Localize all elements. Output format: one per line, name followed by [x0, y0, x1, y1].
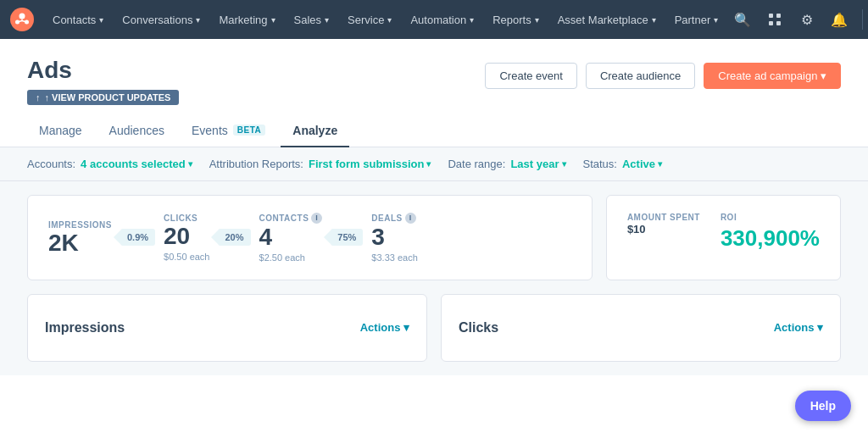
roi-metric: ROI 330,900% [721, 213, 820, 249]
clicks-value: 20 [164, 225, 209, 248]
deals-sub: $3.33 each [371, 252, 417, 263]
page-title: Ads [27, 56, 179, 85]
events-beta-badge: BETA [233, 125, 265, 136]
clicks-sub: $0.50 each [164, 252, 209, 262]
create-event-button[interactable]: Create event [485, 63, 576, 89]
contacts-label: CONTACTS i [259, 213, 323, 224]
page-title-area: Ads ↑ ↑ VIEW PRODUCT UPDATES [27, 56, 179, 105]
nav-contacts[interactable]: Contacts ▾ [44, 0, 112, 39]
asset-marketplace-chevron-icon: ▾ [652, 15, 656, 25]
automation-chevron-icon: ▾ [470, 15, 474, 25]
nav-sales[interactable]: Sales ▾ [286, 0, 338, 39]
deals-metric: DEALS i 3 $3.33 each [371, 213, 417, 263]
impressions-bottom-title: Impressions [45, 320, 125, 335]
help-button[interactable]: Help [795, 391, 851, 421]
svg-rect-7 [769, 14, 773, 18]
grid-icon[interactable] [760, 5, 789, 34]
deals-info-icon[interactable]: i [405, 213, 416, 224]
settings-icon[interactable]: ⚙ [793, 5, 821, 34]
attribution-filter-value[interactable]: First form submission ▾ [309, 158, 431, 170]
status-filter: Status: Active ▾ [583, 158, 663, 170]
impressions-value: 2K [48, 231, 112, 255]
nav-partner[interactable]: Partner ▾ [666, 0, 727, 39]
clicks-bottom-card: Clicks Actions ▾ [441, 294, 841, 362]
status-filter-value[interactable]: Active ▾ [622, 158, 662, 170]
amount-spent-value: $10 [627, 224, 700, 235]
accounts-filter-value[interactable]: 4 accounts selected ▾ [81, 158, 192, 170]
contacts-chevron-icon: ▾ [99, 15, 103, 25]
amount-spent-label: AMOUNT SPENT [627, 213, 700, 222]
nav-marketing[interactable]: Marketing ▾ [210, 0, 283, 39]
view-updates-button[interactable]: ↑ ↑ VIEW PRODUCT UPDATES [27, 90, 179, 105]
header-actions: Create event Create audience Create ad c… [485, 63, 841, 89]
marketing-chevron-icon: ▾ [271, 15, 275, 25]
nav-divider [862, 9, 863, 30]
svg-rect-10 [776, 21, 781, 25]
date-range-filter-value[interactable]: Last year ▾ [510, 158, 565, 170]
svg-point-1 [19, 14, 25, 19]
contacts-metric: CONTACTS i 4 $2.50 each [259, 213, 323, 263]
clicks-actions-button[interactable]: Actions ▾ [774, 321, 823, 334]
impressions-bottom-card: Impressions Actions ▾ [27, 294, 427, 362]
nav-conversations[interactable]: Conversations ▾ [114, 0, 209, 39]
clicks-label: CLICKS [164, 213, 209, 223]
contacts-pct-badge: 75% [331, 229, 363, 246]
accounts-filter-label: Accounts: [27, 158, 75, 170]
sales-chevron-icon: ▾ [325, 15, 329, 25]
contacts-sub: $2.50 each [259, 252, 323, 263]
contacts-info-icon[interactable]: i [311, 213, 322, 224]
clicks-bottom-title: Clicks [459, 320, 498, 335]
roi-row: AMOUNT SPENT $10 ROI 330,900% [627, 213, 820, 249]
nav-asset-marketplace[interactable]: Asset Marketplace ▾ [549, 0, 665, 39]
nav-right-actions: 🔍 ⚙ 🔔 ▾ [728, 5, 868, 34]
bell-icon[interactable]: 🔔 [825, 5, 854, 34]
hubspot-logo[interactable] [10, 8, 34, 31]
attribution-filter-label: Attribution Reports: [209, 158, 303, 170]
service-chevron-icon: ▾ [387, 15, 392, 25]
search-button[interactable]: 🔍 [728, 5, 757, 34]
arrow-up-icon: ↑ [36, 92, 41, 103]
date-range-filter-label: Date range: [448, 158, 505, 170]
tab-analyze[interactable]: Analyze [281, 115, 349, 147]
attribution-filter: Attribution Reports: First form submissi… [209, 158, 431, 170]
date-range-filter: Date range: Last year ▾ [448, 158, 565, 170]
bottom-section: Impressions Actions ▾ Clicks Actions ▾ [0, 294, 868, 375]
clicks-pct-badge: 20% [218, 229, 250, 246]
amount-spent-metric: AMOUNT SPENT $10 [627, 213, 700, 235]
partner-chevron-icon: ▾ [714, 15, 718, 25]
deals-value: 3 [371, 225, 417, 249]
main-stats-card: IMPRESSIONS 2K 0.9% CLICKS 20 $0.50 each… [27, 195, 593, 280]
date-range-chevron-icon: ▾ [562, 159, 566, 169]
impressions-label: IMPRESSIONS [48, 220, 112, 230]
roi-value: 330,900% [721, 227, 820, 249]
roi-label: ROI [721, 213, 820, 222]
conversations-chevron-icon: ▾ [196, 15, 200, 25]
reports-chevron-icon: ▾ [535, 15, 539, 25]
nav-automation[interactable]: Automation ▾ [402, 0, 482, 39]
page-content: Ads ↑ ↑ VIEW PRODUCT UPDATES Create even… [0, 39, 868, 438]
nav-reports[interactable]: Reports ▾ [484, 0, 548, 39]
filter-bar: Accounts: 4 accounts selected ▾ Attribut… [0, 147, 868, 181]
accounts-chevron-icon: ▾ [188, 159, 192, 169]
status-filter-label: Status: [583, 158, 617, 170]
impressions-clicks-arrow: 0.9% [120, 229, 155, 246]
tab-manage[interactable]: Manage [27, 115, 94, 147]
accounts-filter: Accounts: 4 accounts selected ▾ [27, 158, 192, 170]
contacts-deals-arrow: 75% [331, 229, 363, 246]
navbar: Contacts ▾ Conversations ▾ Marketing ▾ S… [0, 0, 868, 39]
attribution-chevron-icon: ▾ [426, 159, 431, 169]
page-header: Ads ↑ ↑ VIEW PRODUCT UPDATES Create even… [0, 39, 868, 105]
svg-rect-8 [776, 14, 781, 18]
svg-rect-9 [769, 21, 773, 25]
impressions-pct-badge: 0.9% [120, 229, 155, 246]
impressions-actions-button[interactable]: Actions ▾ [360, 321, 409, 334]
create-audience-button[interactable]: Create audience [586, 63, 695, 89]
create-ad-campaign-button[interactable]: Create ad campaign ▾ [704, 63, 841, 89]
tab-audiences[interactable]: Audiences [97, 115, 176, 147]
nav-service[interactable]: Service ▾ [339, 0, 400, 39]
impressions-metric: IMPRESSIONS 2K [48, 220, 112, 255]
clicks-metric: CLICKS 20 $0.50 each [164, 213, 209, 262]
contacts-value: 4 [259, 225, 323, 249]
tabs-bar: Manage Audiences Events BETA Analyze [0, 115, 868, 147]
tab-events[interactable]: Events BETA [180, 115, 277, 147]
